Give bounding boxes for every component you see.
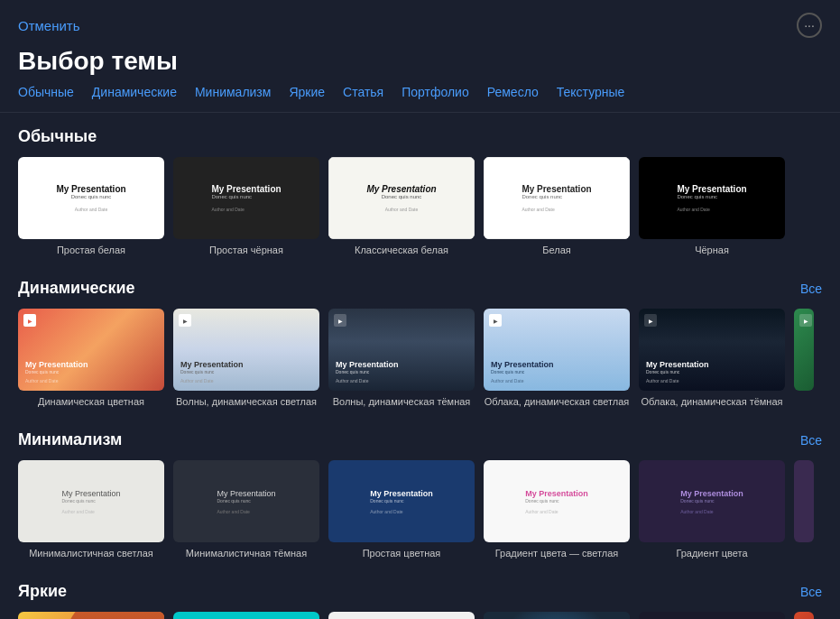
thumb-text-clouds-dark: My Presentation Donec quis nunc Author a…	[646, 360, 709, 383]
section-minimalizm-header: Минимализм Все	[18, 430, 822, 449]
theme-thumb-min-light: My Presentation Donec quis nunc Author a…	[18, 460, 164, 542]
theme-label-dynamic-color: Динамическая цветная	[38, 396, 144, 407]
section-minimalizm-title: Минимализм	[18, 430, 122, 449]
theme-thumb-waves-light: My Presentation Donec quis nunc Author a…	[173, 309, 319, 391]
tab-remeslo[interactable]: Ремесло	[487, 85, 539, 99]
thumb-text-min-color: My Presentation Donec quis nunc Author a…	[370, 489, 433, 514]
theme-thumb-partial-bright-extra	[794, 612, 814, 619]
theme-waves-dark[interactable]: My Presentation Donec quis nunc Author a…	[328, 309, 475, 407]
theme-bright2[interactable]: MYPRESENTATION	[173, 612, 319, 619]
section-obychnye-title: Обычные	[18, 127, 97, 146]
play-icon-clouds-dark	[644, 314, 657, 327]
play-icon-green	[799, 314, 812, 327]
thumb-text-black: My Presentation Donec quis nunc Author a…	[677, 184, 746, 212]
theme-partial-green[interactable]	[794, 309, 814, 407]
theme-label-gradient-dark: Градиент цвета	[676, 548, 747, 559]
themes-row-minimalizm: My Presentation Donec quis nunc Author a…	[18, 460, 822, 559]
theme-label-classic-white: Классическая белая	[355, 245, 448, 255]
section-yarkie-all[interactable]: Все	[800, 585, 822, 599]
theme-thumb-dynamic-color: My Presentation Donec quis nunc Author a…	[18, 309, 164, 391]
tab-dinamicheskie[interactable]: Динамические	[92, 85, 177, 99]
thumb-text-gradient-dark: My Presentation Donec quis nunc Author a…	[680, 489, 743, 514]
theme-bright5[interactable]: DONEC QUIS NUNCMY PRESENTATION	[639, 612, 785, 619]
theme-label-white: Белая	[542, 245, 570, 255]
section-minimalizm: Минимализм Все My Presentation Donec qui…	[0, 416, 840, 568]
underwater-bg	[484, 612, 630, 619]
thumb-text-dynamic-color: My Presentation Donec quis nunc Author a…	[25, 360, 88, 383]
theme-thumb-min-color: My Presentation Donec quis nunc Author a…	[328, 460, 475, 542]
more-button[interactable]: ···	[797, 13, 822, 38]
theme-thumb-bright5: DONEC QUIS NUNCMY PRESENTATION	[639, 612, 785, 619]
theme-label-clouds-light: Облака, динамическая светлая	[485, 396, 629, 407]
theme-thumb-min-dark: My Presentation Donec quis nunc Author a…	[173, 460, 319, 542]
theme-classic-white[interactable]: My Presentation Donec quis nunc Author a…	[328, 157, 475, 255]
play-icon-waves-light	[179, 314, 191, 327]
section-minimalizm-all[interactable]: Все	[800, 433, 822, 448]
play-icon-waves-dark	[334, 314, 346, 327]
theme-gradient-dark[interactable]: My Presentation Donec quis nunc Author a…	[639, 460, 785, 559]
theme-bright1[interactable]: MY PRESENTATION	[18, 612, 164, 619]
thumb-text-simple-black: My Presentation Donec quis nunc Author a…	[211, 184, 281, 212]
theme-white[interactable]: My Presentation Donec quis nunc Author a…	[484, 157, 630, 255]
tab-minimalizm[interactable]: Минимализм	[195, 85, 271, 99]
header: Отменить ···	[0, 0, 840, 43]
thumb-text-clouds-light: My Presentation Donec quis nunc Author a…	[491, 360, 554, 383]
theme-label-black: Чёрная	[695, 245, 729, 255]
theme-simple-black[interactable]: My Presentation Donec quis nunc Author a…	[173, 157, 319, 255]
theme-partial-bright-extra[interactable]	[794, 612, 814, 619]
theme-thumb-partial-min-extra	[794, 460, 814, 542]
theme-clouds-light[interactable]: My Presentation Donec quis nunc Author a…	[484, 309, 630, 407]
theme-thumb-bright1: MY PRESENTATION	[18, 612, 164, 619]
theme-thumb-partial-green	[794, 309, 814, 391]
themes-row-yarkie: MY PRESENTATION MYPRESENTATION MY PRESEN…	[18, 612, 822, 619]
theme-clouds-dark[interactable]: My Presentation Donec quis nunc Author a…	[639, 309, 785, 407]
tab-portfolio[interactable]: Портфолио	[402, 85, 469, 99]
section-yarkie-header: Яркие Все	[18, 582, 822, 601]
theme-thumb-classic-white: My Presentation Donec quis nunc Author a…	[328, 157, 475, 239]
theme-label-min-dark: Минималистичная тёмная	[186, 548, 307, 559]
theme-label-gradient-light: Градиент цвета — светлая	[495, 548, 619, 559]
theme-thumb-bright2: MYPRESENTATION	[173, 612, 319, 619]
theme-thumb-black: My Presentation Donec quis nunc Author a…	[639, 157, 785, 239]
theme-thumb-clouds-dark: My Presentation Donec quis nunc Author a…	[639, 309, 785, 391]
theme-partial-min-extra[interactable]	[794, 460, 814, 559]
theme-label-clouds-dark: Облака, динамическая тёмная	[641, 396, 782, 407]
theme-thumb-gradient-light: My Presentation Donec quis nunc Author a…	[484, 460, 630, 542]
play-icon-dynamic	[23, 314, 36, 327]
nav-tabs: Обычные Динамические Минимализм Яркие Ст…	[0, 85, 840, 113]
theme-black[interactable]: My Presentation Donec quis nunc Author a…	[639, 157, 785, 255]
tab-teksturnye[interactable]: Текстурные	[557, 85, 625, 99]
section-yarkie: Яркие Все MY PRESENTATION MYPRESENTATION	[0, 568, 840, 619]
theme-min-color[interactable]: My Presentation Donec quis nunc Author a…	[328, 460, 475, 559]
section-dinamicheskie-all[interactable]: Все	[800, 282, 822, 296]
tab-obychnye[interactable]: Обычные	[18, 85, 74, 99]
thumb-text-white: My Presentation Donec quis nunc Author a…	[522, 184, 591, 212]
section-dinamicheskie-header: Динамические Все	[18, 279, 822, 298]
thumb-text-min-dark: My Presentation Donec quis nunc Author a…	[217, 489, 275, 514]
theme-simple-white[interactable]: My Presentation Donec quis nunc Author a…	[18, 157, 164, 255]
theme-label-waves-light: Волны, динамическая светлая	[176, 396, 317, 407]
tab-statya[interactable]: Статья	[343, 85, 383, 99]
theme-label-simple-black: Простая чёрная	[209, 245, 283, 255]
thumb-text-classic-white: My Presentation Donec quis nunc Author a…	[366, 184, 436, 212]
themes-row-dinamicheskie: My Presentation Donec quis nunc Author a…	[18, 309, 822, 407]
theme-bright3[interactable]: MY PRESENTATION	[328, 612, 475, 619]
cancel-button[interactable]: Отменить	[18, 18, 80, 33]
tab-yarkie[interactable]: Яркие	[289, 85, 325, 99]
theme-gradient-light[interactable]: My Presentation Donec quis nunc Author a…	[484, 460, 630, 559]
theme-bright4[interactable]: Donec quis nunc	[484, 612, 630, 619]
theme-thumb-simple-black: My Presentation Donec quis nunc Author a…	[173, 157, 319, 239]
theme-label-simple-white: Простая белая	[57, 245, 125, 255]
section-obychnye: Обычные My Presentation Donec quis nunc …	[0, 113, 840, 264]
section-obychnye-header: Обычные	[18, 127, 822, 146]
theme-min-light[interactable]: My Presentation Donec quis nunc Author a…	[18, 460, 164, 559]
thumb-text-simple-white: My Presentation Donec quis nunc Author a…	[56, 184, 125, 212]
theme-dynamic-color[interactable]: My Presentation Donec quis nunc Author a…	[18, 309, 164, 407]
theme-thumb-bright4: Donec quis nunc	[484, 612, 630, 619]
section-dinamicheskie-title: Динамические	[18, 279, 134, 298]
theme-waves-light[interactable]: My Presentation Donec quis nunc Author a…	[173, 309, 319, 407]
theme-thumb-clouds-light: My Presentation Donec quis nunc Author a…	[484, 309, 630, 391]
theme-label-min-light: Минималистичная светлая	[29, 548, 153, 559]
theme-min-dark[interactable]: My Presentation Donec quis nunc Author a…	[173, 460, 319, 559]
thumb-text-waves-dark: My Presentation Donec quis nunc Author a…	[336, 360, 399, 383]
